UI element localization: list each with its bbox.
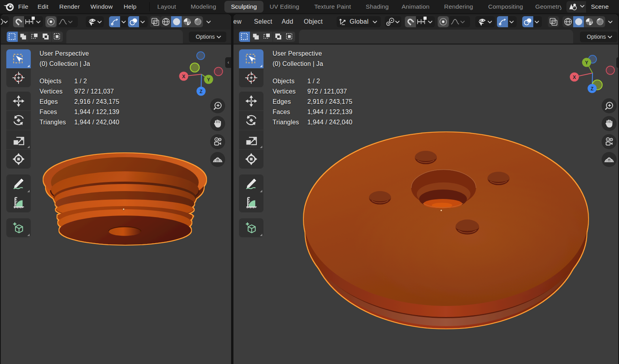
svg-text:X: X xyxy=(182,74,185,79)
svg-text:X: X xyxy=(573,75,576,80)
svg-text:Z: Z xyxy=(199,89,202,94)
svg-text:Z: Z xyxy=(591,86,593,92)
svg-text:Y: Y xyxy=(585,60,588,66)
svg-text:Y: Y xyxy=(207,77,210,83)
